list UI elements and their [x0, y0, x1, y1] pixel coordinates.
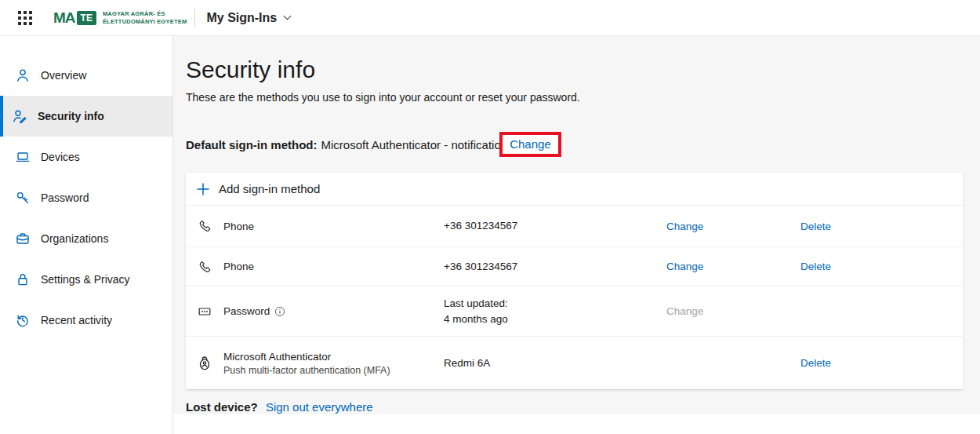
method-detail: +36 301234567 [444, 259, 666, 275]
page-subtitle: These are the methods you use to sign in… [186, 91, 963, 104]
delete-phone-link[interactable]: Delete [800, 221, 963, 232]
method-subtitle: Push multi-factor authentication (MFA) [223, 365, 444, 376]
info-icon[interactable] [274, 306, 285, 317]
sidebar-item-security-info[interactable]: Security info [0, 96, 172, 137]
sidebar-item-organizations[interactable]: Organizations [0, 218, 172, 259]
table-row-phone-2: Phone +36 301234567 Change Delete [186, 247, 963, 286]
add-method-label: Add sign-in method [219, 182, 320, 195]
sidebar-nav: Overview Security info Devices Password [0, 36, 173, 434]
lock-icon [15, 272, 31, 287]
briefcase-icon [15, 231, 31, 246]
sidebar-item-settings-privacy[interactable]: Settings & Privacy [0, 259, 172, 300]
default-sign-in-method-line: Default sign-in method: Microsoft Authen… [186, 132, 963, 157]
phone-icon [197, 259, 212, 275]
university-logo: MA TE MAGYAR AGRÁR- ÉS ÉLETTUDOMÁNYI EGY… [53, 9, 187, 27]
password-field-icon [197, 304, 212, 319]
mate-logo-mark: MA TE [53, 9, 96, 27]
university-name: MAGYAR AGRÁR- ÉS ÉLETTUDOMÁNYI EGYETEM [103, 10, 187, 25]
last-updated-value: 4 months ago [444, 312, 666, 327]
sidebar-item-recent-activity[interactable]: Recent activity [0, 300, 172, 341]
phone-icon [197, 218, 212, 234]
change-phone-link[interactable]: Change [666, 261, 800, 272]
method-name-label: Password [223, 305, 270, 317]
person-edit-icon [12, 108, 27, 124]
sidebar-item-label: Settings & Privacy [41, 273, 130, 286]
sidebar-item-label: Organizations [41, 232, 108, 245]
delete-phone-link[interactable]: Delete [800, 261, 963, 272]
change-password-link-disabled: Change [666, 305, 800, 317]
method-detail: Redmi 6A [444, 356, 666, 371]
logo-te-box: TE [77, 11, 96, 25]
security-info-page: Security info These are the methods you … [173, 36, 980, 414]
app-title-label: My Sign-Ins [206, 11, 277, 25]
sidebar-item-label: Security info [38, 110, 104, 122]
default-method-value: Microsoft Authenticator - notification [321, 138, 508, 151]
method-name: Microsoft Authenticator [223, 351, 444, 363]
change-default-method-link[interactable]: Change [510, 137, 551, 151]
lost-device-label: Lost device? [186, 400, 258, 414]
sidebar-item-devices[interactable]: Devices [0, 137, 172, 177]
page-title: Security info [186, 57, 963, 83]
table-row-authenticator: Microsoft Authenticator Push multi-facto… [186, 337, 963, 389]
plus-icon [196, 182, 210, 196]
sidebar-item-password[interactable]: Password [0, 177, 172, 218]
lost-device-line: Lost device? Sign out everywhere [186, 400, 963, 414]
change-phone-link[interactable]: Change [666, 221, 800, 232]
sidebar-item-overview[interactable]: Overview [0, 55, 172, 96]
authenticator-icon [196, 355, 213, 372]
person-icon [15, 67, 31, 83]
logo-ma-letters: MA [53, 9, 75, 27]
method-name: Phone [223, 261, 444, 272]
header-divider [194, 9, 195, 27]
sidebar-item-label: Password [41, 191, 89, 204]
method-detail: Last updated: 4 months ago [444, 296, 666, 326]
last-updated-label: Last updated: [444, 296, 666, 312]
method-detail: +36 301234567 [444, 218, 666, 234]
table-row-phone-1: Phone +36 301234567 Change Delete [186, 206, 963, 247]
method-name: Phone [223, 221, 444, 232]
app-title-dropdown[interactable]: My Sign-Ins [206, 11, 292, 25]
sign-out-everywhere-link[interactable]: Sign out everywhere [266, 400, 373, 414]
history-icon [15, 312, 31, 328]
app-launcher-icon[interactable] [9, 2, 41, 34]
sidebar-item-label: Devices [41, 151, 80, 163]
method-name-block: Microsoft Authenticator Push multi-facto… [223, 351, 444, 376]
method-name: Password [223, 305, 444, 317]
sign-in-methods-table: Add sign-in method Phone +36 301234567 C… [186, 173, 963, 389]
key-icon [15, 190, 31, 206]
add-sign-in-method-button[interactable]: Add sign-in method [186, 173, 963, 206]
sidebar-item-label: Recent activity [41, 314, 112, 326]
laptop-icon [15, 149, 31, 165]
top-header: MA TE MAGYAR AGRÁR- ÉS ÉLETTUDOMÁNYI EGY… [0, 0, 980, 36]
table-row-password: Password Last updated: 4 months ago Chan… [186, 286, 963, 337]
delete-authenticator-link[interactable]: Delete [800, 357, 963, 369]
default-method-label: Default sign-in method: [186, 138, 318, 151]
red-highlight-box: Change [499, 132, 561, 157]
sidebar-item-label: Overview [41, 69, 86, 82]
chevron-down-icon [283, 15, 292, 20]
